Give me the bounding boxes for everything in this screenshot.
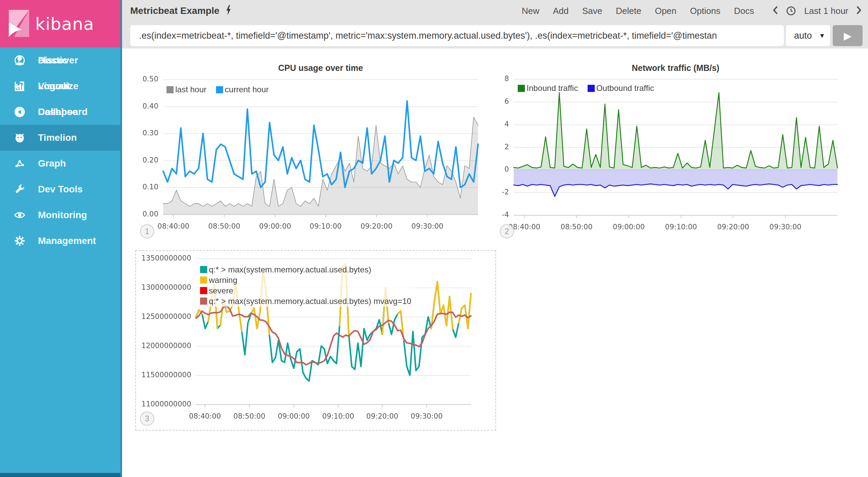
sidebar-item-logout[interactable]: Logout xyxy=(0,73,120,99)
chart-badge-1: 1 xyxy=(140,224,154,238)
chart-badge-2: 2 xyxy=(500,224,514,238)
menu-item-new[interactable]: New xyxy=(522,6,539,16)
collapse-icon xyxy=(13,105,26,119)
topbar: Metricbeat Example New Add Save Delete O… xyxy=(122,0,868,49)
memory-chart-panel-selected[interactable]: q:* > max(system.memory.actual.used.byte… xyxy=(135,250,496,431)
menu-item-delete[interactable]: Delete xyxy=(616,6,641,16)
legend-label: q:* > max(system.memory.actual.used.byte… xyxy=(209,265,371,274)
legend-swatch xyxy=(588,85,595,92)
legend-item[interactable]: last hour xyxy=(166,85,206,94)
sidebar-item-user-elastic[interactable]: elastic xyxy=(0,47,120,73)
menu-item-open[interactable]: Open xyxy=(655,6,676,16)
sidebar-footer: elastic Logout Collapse xyxy=(0,47,120,473)
kibana-app: kibana Discover Visualize Dashboard xyxy=(0,0,868,477)
legend-swatch xyxy=(200,287,207,294)
chart-badge-3: 3 xyxy=(140,412,154,426)
memory-chart-legend: q:* > max(system.memory.actual.used.byte… xyxy=(200,264,415,307)
legend-label: severe xyxy=(209,286,233,295)
legend-swatch xyxy=(200,298,207,305)
lightning-bolt-icon xyxy=(225,5,232,17)
kibana-wordmark[interactable]: kibana xyxy=(35,14,94,34)
topbar-menu: New Add Save Delete Open Options Docs La… xyxy=(522,0,862,22)
run-query-button[interactable]: ▶ xyxy=(833,25,863,46)
clock-icon xyxy=(786,6,796,16)
legend-label: q:* > max(system.memory.actual.used.byte… xyxy=(209,297,411,306)
time-range-label[interactable]: Last 1 hour xyxy=(804,6,848,16)
legend-label: warning xyxy=(209,275,237,285)
network-chart-legend: Inbound traffic Outbound traffic xyxy=(518,83,654,93)
legend-item[interactable]: warning xyxy=(200,275,411,285)
play-icon: ▶ xyxy=(844,30,851,42)
legend-label: Inbound traffic xyxy=(527,83,578,93)
cpu-chart-legend: last hour current hour xyxy=(166,85,269,94)
legend-item[interactable]: q:* > max(system.memory.actual.used.byte… xyxy=(200,296,411,306)
legend-swatch xyxy=(200,276,207,284)
kibana-logo-icon[interactable] xyxy=(5,8,33,40)
legend-swatch xyxy=(216,86,223,93)
timelion-query-input[interactable] xyxy=(130,25,784,46)
legend-item[interactable]: Outbound traffic xyxy=(588,83,654,93)
sidebar-item-collapse[interactable]: Collapse xyxy=(0,99,120,125)
user-icon xyxy=(13,54,26,67)
legend-swatch xyxy=(518,85,525,92)
sidebar: kibana Discover Visualize Dashboard xyxy=(0,0,122,477)
sheet-title: Metricbeat Example xyxy=(130,5,219,16)
legend-swatch xyxy=(200,266,207,273)
legend-item[interactable]: severe xyxy=(200,285,411,296)
menu-item-add[interactable]: Add xyxy=(553,6,569,16)
chevron-left-icon[interactable] xyxy=(772,6,778,16)
menu-item-docs[interactable]: Docs xyxy=(734,6,754,16)
legend-label: Outbound traffic xyxy=(596,83,654,93)
legend-label: last hour xyxy=(175,85,206,94)
sidebar-item-label: Logout xyxy=(38,81,70,92)
legend-label: current hour xyxy=(225,85,269,94)
legend-item[interactable]: Inbound traffic xyxy=(518,83,578,93)
legend-item[interactable]: q:* > max(system.memory.actual.used.byte… xyxy=(200,264,411,275)
time-picker: Last 1 hour xyxy=(772,6,862,16)
title-row: Metricbeat Example xyxy=(130,0,232,22)
chevron-down-icon: ▾ xyxy=(820,31,824,40)
sidebar-item-label: elastic xyxy=(38,55,67,66)
sidebar-bottom-strip xyxy=(0,473,120,477)
legend-swatch xyxy=(166,86,174,93)
sidebar-header: kibana xyxy=(0,0,120,47)
menu-item-options[interactable]: Options xyxy=(690,6,721,16)
sidebar-item-label: Collapse xyxy=(38,107,78,117)
logout-icon xyxy=(13,79,26,93)
chevron-right-icon[interactable] xyxy=(856,6,862,16)
interval-select[interactable]: auto ▾ xyxy=(786,25,830,46)
legend-item[interactable]: current hour xyxy=(216,85,269,94)
interval-value: auto xyxy=(794,31,812,41)
menu-item-save[interactable]: Save xyxy=(582,6,602,16)
